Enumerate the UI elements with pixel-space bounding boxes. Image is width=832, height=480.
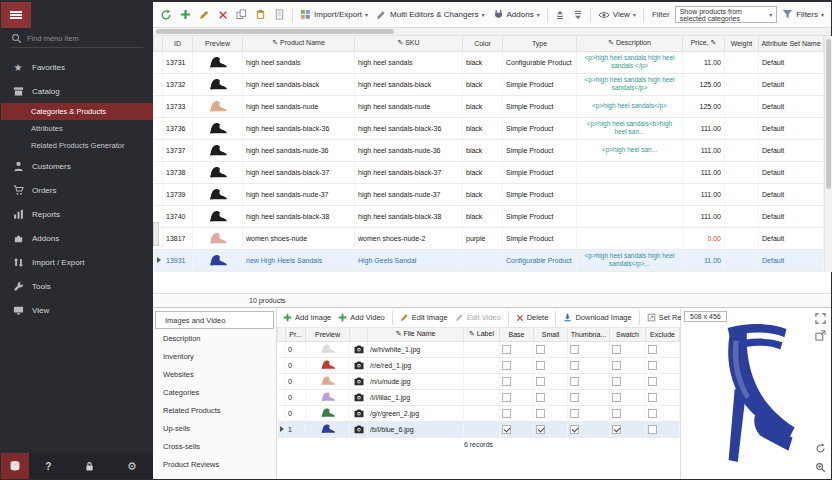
swatch-checkbox[interactable] [612,345,621,354]
cell-description[interactable]: <p>high heel sandals</p> [577,95,683,117]
tab-up-sells[interactable]: Up-sells [153,419,276,437]
base-checkbox[interactable] [502,345,511,354]
small-checkbox[interactable] [536,345,545,354]
tab-inventory[interactable]: Inventory [153,347,276,365]
sidebar-item-addons[interactable]: Addons [1,226,153,250]
column-header-preview[interactable]: Preview [306,328,350,341]
sidebar-item-catalog[interactable]: Catalog [1,79,153,103]
cell-preview[interactable] [193,161,243,183]
cell-weight[interactable] [725,139,759,161]
image-row[interactable]: 0 /n/u/nude.jpg [278,373,680,389]
cell-file-name[interactable]: /n/u/nude.jpg [368,373,464,389]
cell-camera[interactable] [350,405,368,421]
cell-product-name[interactable]: high heel sandals-black-36 [243,117,355,139]
cell-price[interactable]: 125.00 [683,73,725,95]
cell-product-name[interactable]: high heel sandals-black [243,73,355,95]
cell-id[interactable]: 13740 [163,205,193,227]
cell-file-name[interactable]: /r/e/red_1.jpg [368,357,464,373]
cell-file-name[interactable]: /g/r/green_2.jpg [368,405,464,421]
expand-all-button[interactable] [552,8,568,22]
column-header-label[interactable]: ✎ Label [464,328,500,341]
scrollbar-thumb[interactable] [156,29,394,34]
small-checkbox[interactable] [536,425,545,434]
cell-attribute-set[interactable]: Default [759,205,824,227]
cell-priority[interactable]: 0 [286,389,306,405]
small-checkbox[interactable] [536,361,545,370]
cell-camera[interactable] [350,373,368,389]
product-image-preview[interactable] [699,322,811,468]
cell-type[interactable]: Simple Product [503,205,577,227]
cell-label[interactable] [464,357,500,373]
column-header-id[interactable]: ID [163,36,193,51]
cell-preview[interactable] [306,405,350,421]
cell-weight[interactable] [725,249,759,271]
cell-sku[interactable]: high heel sandals-black-37 [355,161,463,183]
cell-color[interactable]: black [463,117,503,139]
cell-weight[interactable] [725,205,759,227]
cell-sku[interactable]: women shoes-nude-2 [355,227,463,249]
download-image-button[interactable]: Download Image [561,312,633,323]
cell-preview[interactable] [193,73,243,95]
cell-label[interactable] [464,405,500,421]
image-row[interactable]: 1 /b/l/blue_6.jpg [278,421,680,437]
cell-preview[interactable] [306,389,350,405]
cell-description[interactable] [577,205,683,227]
addons-dropdown[interactable]: Addons▾ [490,7,543,22]
column-header-color[interactable]: Color [463,36,503,51]
edit-image-button[interactable]: Edit Image [398,312,450,323]
base-checkbox[interactable] [502,425,511,434]
multi-editors-dropdown[interactable]: Multi Editors & Changers▾ [373,7,488,22]
column-header-priority[interactable]: Pr... [286,328,306,341]
cell-type[interactable]: Simple Product [503,73,577,95]
swatch-checkbox[interactable] [612,361,621,370]
swatch-checkbox[interactable] [612,377,621,386]
small-checkbox[interactable] [536,393,545,402]
cell-price[interactable]: 11.00 [683,249,725,271]
cell-attribute-set[interactable]: Default [759,227,824,249]
thumbnail-checkbox[interactable] [570,345,579,354]
cell-color[interactable] [463,249,503,271]
sidebar-item-customers[interactable]: Customers [1,154,153,178]
cell-product-name[interactable]: high heel sandals-black-38 [243,205,355,227]
cell-description[interactable]: <p>high heel sandals high heel sandals <… [577,51,683,73]
column-header-weight[interactable]: Weight [725,36,759,51]
cell-sku[interactable]: high heel sandals-nude-37 [355,183,463,205]
column-header-price[interactable]: Price, ✎ [683,36,725,51]
add-image-button[interactable]: Add Image [281,312,333,323]
cell-label[interactable] [464,389,500,405]
grid-vertical-scrollbar[interactable] [824,36,832,272]
column-header-file-name[interactable]: ✎ File Name [368,328,464,341]
column-header-sku[interactable]: ✎ SKU [355,36,463,51]
cell-sku[interactable]: high heel sandals-black-36 [355,117,463,139]
product-row[interactable]: 13738 high heel sandals-black-37 high he… [154,161,824,183]
cell-priority[interactable]: 1 [286,421,306,437]
cell-id[interactable]: 13817 [163,227,193,249]
cell-attribute-set[interactable]: Default [759,95,824,117]
exclude-checkbox[interactable] [648,377,657,386]
fullscreen-icon[interactable] [813,311,827,325]
cell-preview[interactable] [193,249,243,271]
exclude-checkbox[interactable] [648,393,657,402]
duplicate-sheet-button[interactable] [271,7,288,22]
cell-id[interactable]: 13736 [163,117,193,139]
cell-description[interactable]: <p>high heel sandals high heel sandals</… [577,73,683,95]
add-product-button[interactable] [177,7,194,22]
cell-price[interactable]: 111.00 [683,161,725,183]
cell-file-name[interactable]: /l/i/lilac_1.jpg [368,389,464,405]
rotate-icon[interactable] [813,441,827,455]
settings-gear-icon[interactable]: ⚙ [127,460,137,473]
image-row[interactable]: 0 /w/h/white_1.jpg [278,341,680,357]
cell-camera[interactable] [350,341,368,357]
store-database-button[interactable] [1,453,29,479]
product-row[interactable]: 13736 high heel sandals-black-36 high he… [154,117,824,139]
cell-file-name[interactable]: /w/h/white_1.jpg [368,341,464,357]
cell-price[interactable]: 111.00 [683,139,725,161]
cell-preview[interactable] [193,139,243,161]
cell-sku[interactable]: high heel sandals-black [355,73,463,95]
cell-weight[interactable] [725,51,759,73]
cell-description[interactable] [577,183,683,205]
product-row[interactable]: 13740 high heel sandals-black-38 high he… [154,205,824,227]
product-row[interactable]: 13737 high heel sandals-nude-36 high hee… [154,139,824,161]
help-icon[interactable]: ? [45,461,51,472]
cell-priority[interactable]: 0 [286,405,306,421]
